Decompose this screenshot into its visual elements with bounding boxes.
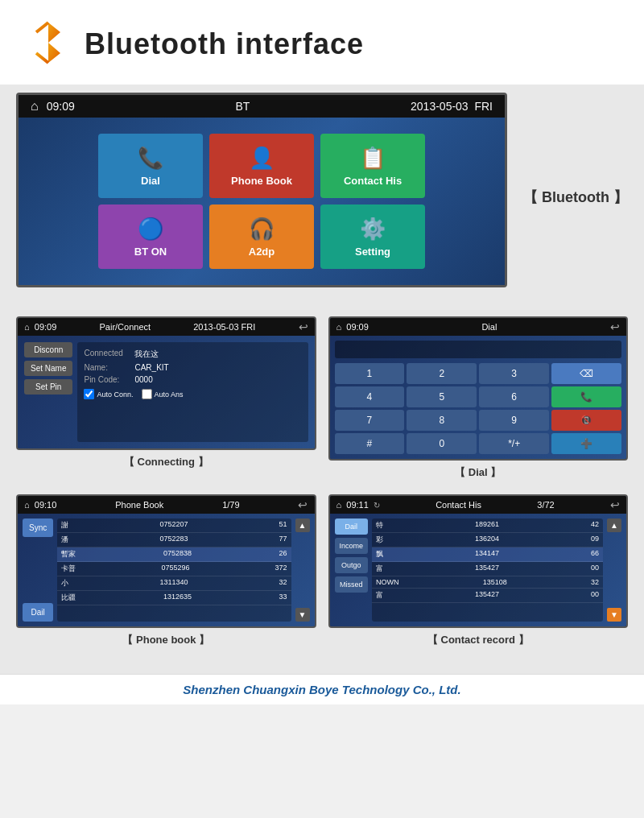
tile-phonebook[interactable]: 👤 Phone Book [209, 134, 314, 198]
conn-home-icon[interactable]: ⌂ [24, 322, 30, 332]
cr-row-4[interactable]: NOWN 135108 32 [372, 576, 603, 589]
pb-scrollbar: ▲ ▼ [295, 518, 310, 622]
connecting-screen: ⌂ 09:09 Pair/Connect 2013-05-03 FRI ↩ Di… [16, 316, 316, 450]
pin-label: Pin Code: [84, 375, 128, 384]
small-screens-row-1: ⌂ 09:09 Pair/Connect 2013-05-03 FRI ↩ Di… [16, 316, 628, 480]
pb-row-2[interactable]: 暫家 0752838 26 [57, 547, 291, 562]
auto-conn-check[interactable] [84, 389, 94, 399]
pb-number-0: 0752207 [159, 520, 188, 531]
btn-2[interactable]: 2 [407, 363, 477, 384]
auto-conn-checkbox[interactable]: Auto Conn. [84, 389, 133, 399]
add-contact-btn[interactable]: ➕ [551, 433, 621, 454]
dial-back-btn[interactable]: ↩ [610, 320, 620, 333]
cr-row-2[interactable]: 飘 134147 66 [372, 547, 603, 562]
setpin-button[interactable]: Set Pin [24, 379, 72, 395]
connecting-container: ⌂ 09:09 Pair/Connect 2013-05-03 FRI ↩ Di… [16, 316, 316, 480]
cr-number-1: 136204 [475, 535, 499, 545]
cr-scroll-down[interactable]: ▼ [607, 608, 621, 622]
pb-scroll-up[interactable]: ▲ [295, 518, 310, 532]
small-screens-row-2: ⌂ 09:10 Phone Book 1/79 ↩ Sync Dail 謝 [16, 494, 628, 647]
conn-back-btn[interactable]: ↩ [299, 320, 308, 333]
pb-dail-button[interactable]: Dail [23, 603, 53, 622]
tile-contacthis[interactable]: 📋 Contact His [320, 134, 425, 198]
filter-missed[interactable]: Missed [335, 576, 369, 593]
name-value: CAR_KIT [134, 363, 168, 372]
cr-row-1[interactable]: 彩 136204 09 [372, 533, 603, 547]
filter-dail[interactable]: Dail [335, 518, 369, 535]
call-btn[interactable]: 📞 [551, 386, 621, 407]
cr-row-5[interactable]: 富 135427 00 [372, 589, 603, 603]
home-icon[interactable]: ⌂ [31, 99, 39, 114]
dial-icon: 📞 [138, 146, 163, 171]
btn-9[interactable]: 9 [479, 410, 549, 431]
btn-5[interactable]: 5 [407, 386, 477, 407]
pb-home-icon[interactable]: ⌂ [24, 500, 30, 510]
dial-screen: ⌂ 09:09 Dial ↩ 1 2 3 ⌫ 4 5 6 [328, 316, 629, 461]
pb-row-0[interactable]: 謝 0752207 51 [57, 518, 291, 533]
btn-8[interactable]: 8 [407, 410, 477, 431]
btn-7[interactable]: 7 [335, 410, 405, 431]
auto-ans-checkbox[interactable]: Auto Ans [142, 389, 184, 399]
phonebook-list: 謝 0752207 51 潘 0752283 77 暫家 0752838 [57, 518, 291, 622]
disconn-button[interactable]: Disconn [24, 342, 72, 357]
filter-outgo[interactable]: Outgo [335, 557, 369, 573]
tile-setting[interactable]: ⚙️ Setting [320, 204, 425, 269]
btn-4[interactable]: 4 [335, 386, 405, 407]
cr-name-2: 飘 [376, 549, 383, 560]
svg-line-2 [36, 23, 48, 32]
connecting-caption: 【 Connecting 】 [124, 455, 208, 469]
auto-ans-check[interactable] [142, 389, 152, 399]
filter-income[interactable]: Income [335, 538, 369, 554]
tile-a2dp[interactable]: 🎧 A2dp [209, 204, 314, 269]
pb-row-4[interactable]: 小 1311340 32 [57, 576, 291, 591]
pb-id-4: 32 [279, 578, 287, 589]
cr-number-3: 135427 [475, 564, 499, 574]
connecting-body: Disconn Set Name Set Pin Connected 我在这 N… [18, 336, 315, 448]
btn-hash[interactable]: # [335, 433, 405, 454]
cr-back-btn[interactable]: ↩ [610, 498, 620, 511]
btn-6[interactable]: 6 [479, 386, 549, 407]
dial-home-icon[interactable]: ⌂ [336, 322, 342, 332]
cr-home-icon[interactable]: ⌂ [336, 500, 342, 510]
btn-1[interactable]: 1 [335, 363, 405, 384]
backspace-btn[interactable]: ⌫ [551, 363, 621, 384]
pb-row-5[interactable]: 比疆 1312635 33 [57, 591, 291, 605]
main-screen-header: ⌂ 09:09 BT 2013-05-03 FRI [19, 95, 505, 118]
dial-header: ⌂ 09:09 Dial ↩ [330, 318, 627, 336]
cr-scroll-up[interactable]: ▲ [607, 518, 621, 532]
tile-dial[interactable]: 📞 Dial [98, 134, 203, 198]
name-row: Name: CAR_KIT [84, 363, 301, 372]
tile-bton[interactable]: 🔵 BT ON [98, 204, 203, 269]
page-header: Bluetooth interface [0, 0, 644, 85]
contact-container: ⌂ 09:11 ↻ Contact His 3/72 ↩ Dail Income… [328, 494, 629, 647]
dial-caption: 【 Dial 】 [455, 465, 501, 480]
btn-star[interactable]: */+ [479, 433, 549, 454]
btn-3[interactable]: 3 [479, 363, 549, 384]
pb-row-1[interactable]: 潘 0752283 77 [57, 533, 291, 547]
cr-name-3: 富 [376, 564, 383, 574]
hangup-btn[interactable]: 📵 [551, 410, 621, 431]
cr-header-left: ⌂ 09:11 ↻ [336, 500, 380, 510]
pb-name-4: 小 [61, 578, 68, 589]
cr-row-3[interactable]: 富 135427 00 [372, 562, 603, 576]
setname-button[interactable]: Set Name [24, 361, 72, 376]
cr-number-2: 134147 [475, 549, 499, 560]
name-label: Name: [84, 363, 128, 372]
connected-row: Connected 我在这 [84, 349, 301, 360]
sync-button[interactable]: Sync [23, 518, 53, 537]
main-mode: BT [235, 100, 250, 113]
btn-0[interactable]: 0 [407, 433, 477, 454]
pb-scroll-down[interactable]: ▼ [295, 608, 310, 622]
pb-row-3[interactable]: 卡普 0755296 372 [57, 562, 291, 576]
tile-setting-label: Setting [355, 246, 390, 258]
pb-back-btn[interactable]: ↩ [298, 498, 308, 511]
cr-number-5: 135427 [475, 590, 499, 601]
conn-mode: Pair/Connect [99, 322, 151, 332]
pb-id-5: 33 [279, 593, 287, 603]
cr-name-0: 特 [376, 520, 383, 531]
cr-row-0[interactable]: 特 189261 42 [372, 518, 603, 533]
pb-number-4: 1311340 [159, 578, 188, 589]
connected-value: 我在这 [134, 349, 159, 360]
auto-ans-label: Auto Ans [155, 390, 184, 399]
bluetooth-icon-large [24, 16, 72, 72]
